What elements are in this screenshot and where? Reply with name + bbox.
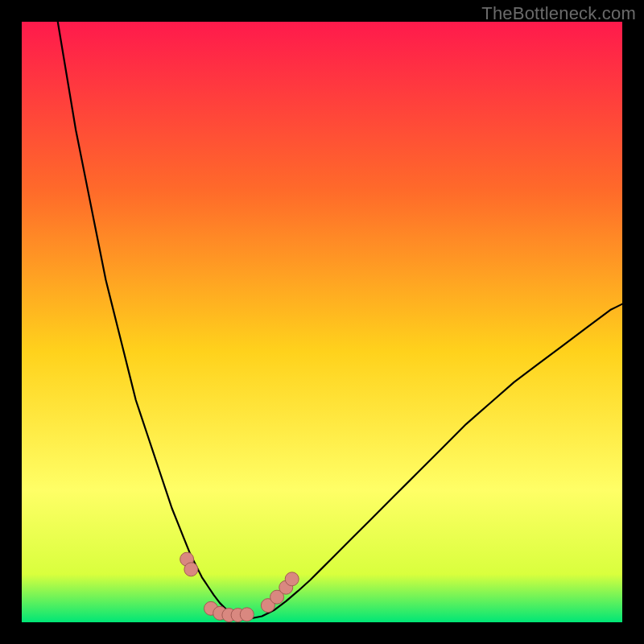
bottleneck-chart [22, 22, 622, 622]
data-marker [285, 572, 299, 586]
plot-area [22, 22, 622, 622]
data-marker [184, 563, 198, 576]
data-marker [240, 608, 254, 621]
gradient-background [22, 22, 622, 622]
chart-frame: TheBottleneck.com [0, 0, 644, 644]
watermark-text: TheBottleneck.com [481, 3, 636, 24]
